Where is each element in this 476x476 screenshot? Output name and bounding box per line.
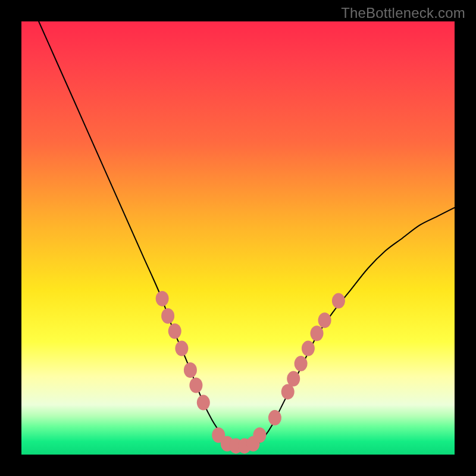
bottleneck-curve (39, 21, 455, 447)
data-point (175, 341, 188, 356)
data-point (268, 410, 281, 425)
data-point (184, 362, 197, 378)
data-point (197, 395, 210, 411)
data-point (253, 427, 266, 443)
data-points-group (156, 291, 345, 454)
chart-plot-area (21, 21, 455, 455)
data-point (189, 378, 202, 393)
chart-frame: TheBottleneck.com (0, 0, 476, 476)
chart-svg (21, 21, 455, 455)
data-point (156, 291, 169, 306)
data-point (295, 356, 308, 371)
data-point (168, 324, 181, 339)
data-point (311, 325, 324, 341)
data-point (161, 308, 174, 324)
data-point (332, 293, 345, 309)
data-point (287, 371, 300, 387)
watermark-text: TheBottleneck.com (341, 5, 465, 21)
data-point (318, 312, 331, 328)
data-point (302, 341, 315, 356)
